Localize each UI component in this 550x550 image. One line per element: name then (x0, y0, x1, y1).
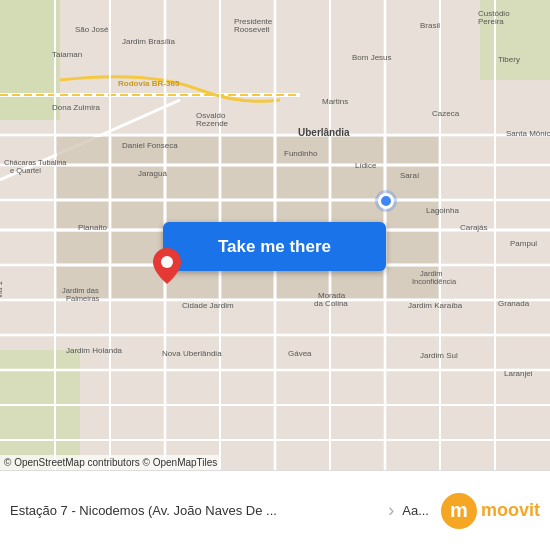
svg-text:da Colina: da Colina (314, 299, 348, 308)
svg-rect-38 (332, 167, 383, 198)
svg-rect-53 (387, 232, 438, 263)
svg-text:Granada: Granada (498, 299, 530, 308)
svg-rect-47 (57, 232, 108, 263)
svg-text:Pampul: Pampul (510, 239, 537, 248)
svg-text:Roosevelt: Roosevelt (234, 25, 270, 34)
svg-text:Uberlândia: Uberlândia (298, 127, 350, 138)
svg-text:Jardim Holanda: Jardim Holanda (66, 346, 123, 355)
svg-text:e Quartel: e Quartel (10, 166, 41, 175)
station-info: Estação 7 - Nicodemos (Av. João Naves De… (10, 503, 380, 518)
location-pin-icon (153, 248, 181, 284)
svg-text:Daniel Fonseca: Daniel Fonseca (122, 141, 178, 150)
current-location-dot (378, 193, 394, 209)
take-me-there-button[interactable]: Take me there (163, 222, 386, 271)
map-attribution: © OpenStreetMap contributors © OpenMapTi… (0, 455, 221, 470)
svg-rect-31 (332, 137, 383, 163)
svg-text:Gávea: Gávea (288, 349, 312, 358)
svg-text:Nova Uberlândia: Nova Uberlândia (162, 349, 222, 358)
map-view[interactable]: Custódio Pereira Brasil Tibery São José … (0, 0, 550, 470)
svg-text:Lídice: Lídice (355, 161, 377, 170)
svg-text:Taiaman: Taiaman (52, 50, 82, 59)
svg-text:Jardim Brasília: Jardim Brasília (122, 37, 175, 46)
svg-text:Jardim Karaíba: Jardim Karaíba (408, 301, 463, 310)
svg-text:Brasil: Brasil (420, 21, 440, 30)
svg-text:Cazeca: Cazeca (432, 109, 460, 118)
svg-rect-57 (222, 267, 273, 298)
svg-rect-29 (222, 137, 273, 163)
svg-rect-33 (57, 167, 108, 198)
next-station-label: Aa... (402, 503, 429, 518)
svg-text:Carajás: Carajás (460, 223, 488, 232)
svg-rect-3 (0, 350, 80, 470)
svg-text:Cidade Jardim: Cidade Jardim (182, 301, 234, 310)
svg-rect-32 (387, 137, 438, 163)
svg-text:Planalto: Planalto (78, 223, 107, 232)
svg-text:Palmeiras: Palmeiras (66, 294, 100, 303)
svg-rect-37 (277, 167, 328, 198)
svg-text:Laranjei: Laranjei (504, 369, 533, 378)
svg-text:Rezende: Rezende (196, 119, 229, 128)
svg-text:Dona Zulmira: Dona Zulmira (52, 103, 101, 112)
svg-text:Fundinho: Fundinho (284, 149, 318, 158)
svg-text:Jaraguá: Jaraguá (138, 169, 167, 178)
svg-rect-36 (222, 167, 273, 198)
svg-text:Lagoinha: Lagoinha (426, 206, 459, 215)
bottom-navigation-bar: Estação 7 - Nicodemos (Av. João Naves De… (0, 470, 550, 550)
svg-text:Bom Jesus: Bom Jesus (352, 53, 392, 62)
svg-text:m: m (450, 499, 468, 521)
svg-rect-1 (0, 0, 60, 120)
svg-text:São José: São José (75, 25, 109, 34)
moovit-logo: m moovit (441, 486, 540, 536)
svg-text:via 1: via 1 (0, 281, 4, 298)
svg-text:Jardim Sul: Jardim Sul (420, 351, 458, 360)
svg-rect-41 (112, 202, 163, 228)
svg-text:Rodovia BR-365: Rodovia BR-365 (118, 79, 180, 88)
svg-point-107 (161, 256, 173, 268)
station-name-label: Estação 7 - Nicodemos (Av. João Naves De… (10, 503, 380, 518)
svg-text:Saraí: Saraí (400, 171, 420, 180)
next-arrow-icon: › (388, 500, 394, 521)
svg-text:Martins: Martins (322, 97, 348, 106)
svg-rect-35 (167, 167, 218, 198)
svg-text:Inconfidência: Inconfidência (412, 277, 457, 286)
svg-text:Santa Mônica: Santa Mônica (506, 129, 550, 138)
moovit-brand-text: moovit (481, 500, 540, 521)
svg-text:Tibery: Tibery (498, 55, 520, 64)
svg-text:Pereira: Pereira (478, 17, 504, 26)
